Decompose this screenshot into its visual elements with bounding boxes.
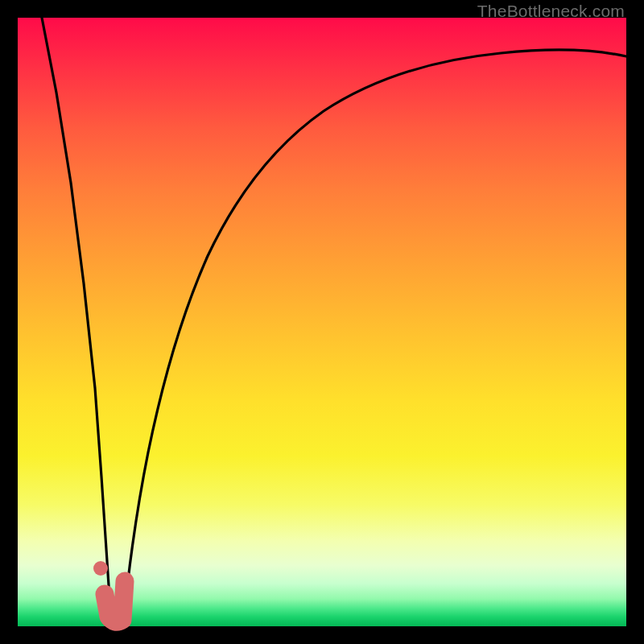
outer-frame: TheBottleneck.com bbox=[0, 0, 644, 644]
watermark-text: TheBottleneck.com bbox=[477, 2, 625, 21]
curve-left bbox=[42, 18, 113, 617]
curve-layer bbox=[18, 18, 626, 626]
marker-dot bbox=[93, 561, 108, 576]
plot-area bbox=[18, 18, 626, 626]
curve-right bbox=[124, 50, 626, 620]
marker-hook bbox=[105, 581, 125, 621]
